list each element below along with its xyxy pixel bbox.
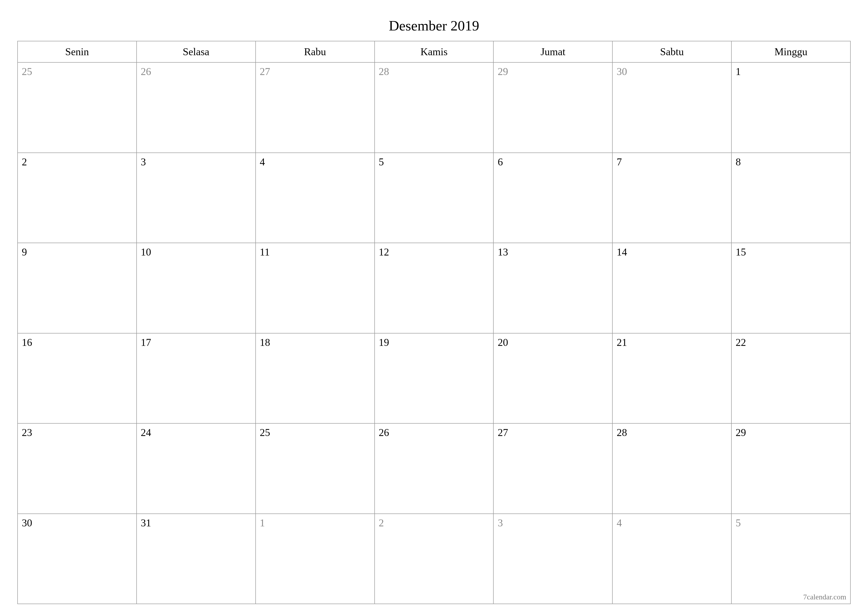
day-cell: 15 xyxy=(732,243,851,333)
day-number: 23 xyxy=(22,427,32,438)
weekday-header: Sabtu xyxy=(612,41,732,62)
day-number: 8 xyxy=(736,156,741,168)
day-cell: 27 xyxy=(256,62,375,153)
day-cell: 25 xyxy=(256,423,375,514)
day-cell: 26 xyxy=(136,62,256,153)
weekday-header: Kamis xyxy=(375,41,494,62)
day-cell: 16 xyxy=(17,333,136,424)
day-cell: 6 xyxy=(493,153,612,243)
day-number: 2 xyxy=(22,156,27,168)
day-cell: 57calendar.com xyxy=(732,514,851,604)
day-number: 7 xyxy=(617,156,622,168)
calendar-table: Senin Selasa Rabu Kamis Jumat Sabtu Ming… xyxy=(17,41,851,604)
day-cell: 11 xyxy=(256,243,375,333)
day-number: 29 xyxy=(736,427,746,438)
day-cell: 25 xyxy=(17,62,136,153)
day-cell: 21 xyxy=(612,333,732,424)
day-number: 18 xyxy=(260,336,270,348)
day-cell: 9 xyxy=(17,243,136,333)
week-row: 2345678 xyxy=(17,153,851,243)
day-number: 6 xyxy=(498,156,503,168)
day-cell: 17 xyxy=(136,333,256,424)
day-number: 5 xyxy=(736,517,741,529)
day-cell: 14 xyxy=(612,243,732,333)
day-number: 29 xyxy=(498,65,508,78)
day-number: 14 xyxy=(617,246,627,258)
footer-credit: 7calendar.com xyxy=(803,593,846,601)
day-number: 16 xyxy=(22,336,32,348)
day-number: 25 xyxy=(260,427,270,438)
day-cell: 7 xyxy=(612,153,732,243)
week-row: 3031123457calendar.com xyxy=(17,514,851,604)
day-cell: 1 xyxy=(256,514,375,604)
weekday-row: Senin Selasa Rabu Kamis Jumat Sabtu Ming… xyxy=(17,41,851,62)
day-number: 25 xyxy=(22,65,32,78)
day-cell: 2 xyxy=(375,514,494,604)
day-number: 12 xyxy=(379,246,389,258)
day-number: 2 xyxy=(379,517,384,529)
day-number: 31 xyxy=(141,517,151,529)
day-cell: 29 xyxy=(732,423,851,514)
day-number: 19 xyxy=(379,336,389,348)
week-row: 23242526272829 xyxy=(17,423,851,514)
day-cell: 24 xyxy=(136,423,256,514)
day-cell: 19 xyxy=(375,333,494,424)
day-number: 30 xyxy=(22,517,32,529)
day-number: 22 xyxy=(736,336,746,348)
day-cell: 2 xyxy=(17,153,136,243)
day-number: 15 xyxy=(736,246,746,258)
day-cell: 29 xyxy=(493,62,612,153)
day-cell: 26 xyxy=(375,423,494,514)
day-number: 1 xyxy=(736,65,741,78)
day-number: 4 xyxy=(617,517,622,529)
day-number: 26 xyxy=(141,65,151,78)
month-title: Desember 2019 xyxy=(17,17,851,34)
week-row: 16171819202122 xyxy=(17,333,851,424)
day-cell: 23 xyxy=(17,423,136,514)
day-number: 13 xyxy=(498,246,508,258)
weekday-header: Senin xyxy=(17,41,136,62)
weekday-header: Rabu xyxy=(256,41,375,62)
day-cell: 27 xyxy=(493,423,612,514)
day-cell: 8 xyxy=(732,153,851,243)
week-row: 9101112131415 xyxy=(17,243,851,333)
weekday-header: Selasa xyxy=(136,41,256,62)
day-number: 10 xyxy=(141,246,151,258)
day-cell: 20 xyxy=(493,333,612,424)
day-number: 27 xyxy=(260,65,270,78)
day-cell: 4 xyxy=(612,514,732,604)
calendar-body: 2526272829301234567891011121314151617181… xyxy=(17,62,851,604)
day-cell: 22 xyxy=(732,333,851,424)
day-cell: 13 xyxy=(493,243,612,333)
day-cell: 28 xyxy=(375,62,494,153)
weekday-header: Minggu xyxy=(732,41,851,62)
day-number: 3 xyxy=(141,156,146,168)
day-number: 28 xyxy=(379,65,389,78)
day-cell: 31 xyxy=(136,514,256,604)
day-cell: 3 xyxy=(493,514,612,604)
day-number: 30 xyxy=(617,65,627,78)
day-cell: 10 xyxy=(136,243,256,333)
day-cell: 30 xyxy=(612,62,732,153)
day-number: 21 xyxy=(617,336,627,348)
day-number: 1 xyxy=(260,517,265,529)
week-row: 2526272829301 xyxy=(17,62,851,153)
calendar-header: Senin Selasa Rabu Kamis Jumat Sabtu Ming… xyxy=(17,41,851,62)
day-cell: 3 xyxy=(136,153,256,243)
day-cell: 12 xyxy=(375,243,494,333)
day-number: 20 xyxy=(498,336,508,348)
weekday-header: Jumat xyxy=(493,41,612,62)
day-cell: 4 xyxy=(256,153,375,243)
day-number: 24 xyxy=(141,427,151,438)
day-number: 3 xyxy=(498,517,503,529)
day-number: 9 xyxy=(22,246,27,258)
day-cell: 18 xyxy=(256,333,375,424)
day-cell: 1 xyxy=(732,62,851,153)
day-cell: 5 xyxy=(375,153,494,243)
day-cell: 30 xyxy=(17,514,136,604)
day-number: 26 xyxy=(379,427,389,438)
day-cell: 28 xyxy=(612,423,732,514)
day-number: 5 xyxy=(379,156,384,168)
day-number: 27 xyxy=(498,427,508,438)
day-number: 4 xyxy=(260,156,265,168)
